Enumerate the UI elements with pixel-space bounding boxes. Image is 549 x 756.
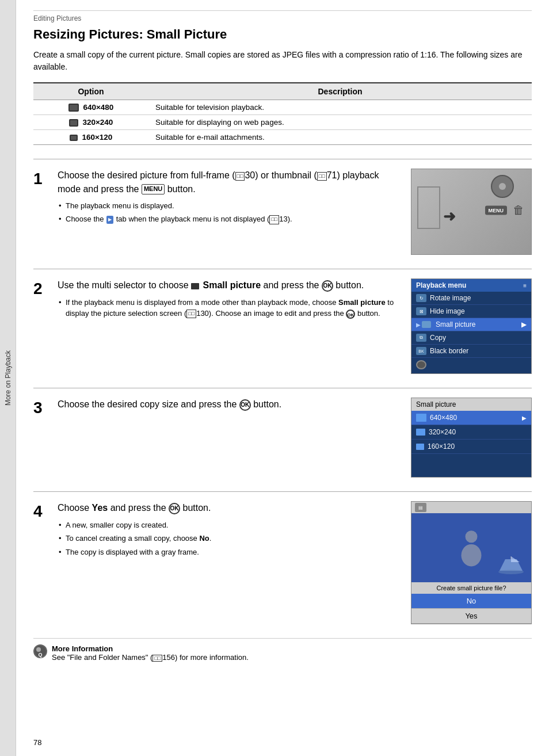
ok-button-icon: OK	[322, 280, 333, 292]
step-2-image: Playback menu ≡ ↻ Rotate image ⊠ Hide im…	[411, 278, 532, 374]
menu-button-img: MENU	[485, 205, 508, 215]
pm-item: ⧉ Copy	[411, 331, 531, 345]
ok-button-icon: OK	[346, 310, 355, 319]
step-divider	[33, 269, 532, 269]
book-ref: □□	[235, 172, 245, 181]
size-icon-160	[416, 444, 424, 450]
option-320: 320×240	[33, 115, 148, 130]
camera-wheel-inner	[499, 183, 506, 190]
spm-item-160: 160×120	[411, 440, 531, 454]
bullet: The copy is displayed with a gray frame.	[58, 547, 399, 558]
copy-icon: ⧉	[416, 334, 426, 342]
step-2-bullets: If the playback menu is displayed from a…	[58, 297, 399, 319]
table-row: 320×240 Suitable for displaying on web p…	[33, 115, 532, 130]
confirm-text: Create small picture file?	[411, 582, 531, 594]
desc-640: Suitable for television playback.	[148, 100, 532, 115]
rotate-icon: ↻	[416, 294, 426, 302]
border-icon: BK	[416, 347, 426, 355]
camera-wheel	[491, 175, 514, 198]
step-1-number: 1	[33, 169, 58, 255]
pm-item: BK Black border	[411, 345, 531, 358]
pm-arrow-icon: ▶	[521, 320, 527, 329]
step-3-header: Choose the desired copy size and press t…	[58, 398, 399, 411]
spm-item-320: 320×240	[411, 425, 531, 440]
book-ref: □□	[186, 310, 196, 319]
boat-svg	[497, 553, 525, 576]
pm-label: Small picture	[436, 320, 475, 329]
step-4-image: ▤	[411, 501, 532, 624]
intro-text: Create a small copy of the current pictu…	[33, 49, 532, 73]
table-row: 160×120 Suitable for e-mail attachments.	[33, 130, 532, 145]
pm-label: Hide image	[430, 307, 465, 315]
ok-button-icon: OK	[169, 503, 180, 514]
option-640: 640×480	[33, 100, 148, 115]
step-4-bullets: A new, smaller copy is created. To cance…	[58, 520, 399, 558]
playback-menu-illustration: Playback menu ≡ ↻ Rotate image ⊠ Hide im…	[411, 278, 532, 374]
options-table: Option Description 640×480 Suitable for …	[33, 82, 532, 145]
confirm-top	[411, 513, 531, 582]
step-4-number: 4	[33, 501, 58, 624]
step-1-header: Choose the desired picture from full-fra…	[58, 169, 399, 195]
size-icon-640	[416, 414, 426, 422]
confirm-dialog-illustration: ▤	[411, 501, 532, 624]
pm-title: Playback menu	[416, 281, 466, 289]
side-tab-text: More on Playback	[4, 350, 12, 406]
desc-160: Suitable for e-mail attachments.	[148, 130, 532, 145]
bullet: A new, smaller copy is created.	[58, 520, 399, 531]
step-1-image: ➜ MENU 🗑	[411, 169, 532, 255]
step-3-image: Small picture 640×480 ▶ 320×240	[411, 398, 532, 478]
section-header: Editing Pictures	[33, 10, 532, 22]
step-1: 1 Choose the desired picture from full-f…	[33, 169, 532, 255]
main-content: Editing Pictures Resizing Pictures: Smal…	[16, 0, 549, 756]
step-1-body: Choose the desired picture from full-fra…	[58, 169, 532, 255]
step-2-body: Use the multi selector to choose Small p…	[58, 278, 532, 374]
step-2-header: Use the multi selector to choose Small p…	[58, 278, 399, 292]
book-ref: □□	[317, 172, 327, 181]
svg-point-0	[466, 531, 478, 543]
desc-320: Suitable for displaying on web pages.	[148, 115, 532, 130]
page-title: Resizing Pictures: Small Picture	[33, 27, 532, 42]
menu-icon: MENU	[142, 184, 165, 194]
spm-label: 640×480	[430, 414, 457, 422]
svg-point-7	[36, 647, 41, 652]
confirm-yes[interactable]: Yes	[411, 609, 531, 624]
book-ref: □□	[152, 655, 162, 662]
step-4-body: Choose Yes and press the OK button. A ne…	[58, 501, 532, 624]
step-3: 3 Choose the desired copy size and press…	[33, 398, 532, 478]
pm-label: Black border	[430, 347, 468, 355]
spm-arrow: ▶	[522, 415, 527, 421]
pm-item: ⊠ Hide image	[411, 305, 531, 318]
confirm-no[interactable]: No	[411, 594, 531, 609]
file-icon: ▤	[415, 503, 426, 512]
book-ref: □□	[269, 215, 279, 224]
small-picture-menu-illustration: Small picture 640×480 ▶ 320×240	[411, 398, 532, 478]
spm-label: 320×240	[429, 428, 456, 436]
col-description: Description	[148, 83, 532, 100]
pm-label: Rotate image	[430, 294, 471, 302]
ok-button-icon: OK	[239, 399, 251, 411]
pm-header: Playback menu ≡	[411, 279, 531, 292]
playback-tab-icon: ▶	[106, 216, 113, 224]
more-info-text: See "File and Folder Names" (□□156) for …	[52, 653, 249, 662]
col-option: Option	[33, 83, 148, 100]
camera-illustration: ➜ MENU 🗑	[411, 169, 532, 255]
trash-icon: 🗑	[513, 204, 524, 217]
step-4: 4 Choose Yes and press the OK button. A …	[33, 501, 532, 624]
step-4-header: Choose Yes and press the OK button.	[58, 501, 399, 514]
confirm-prompt: Create small picture file?	[436, 585, 506, 591]
option-160: 160×120	[33, 130, 148, 145]
pm-scroll: ≡	[523, 282, 527, 289]
hide-icon: ⊠	[416, 307, 426, 315]
bullet: To cancel creating a small copy, choose …	[58, 533, 399, 544]
step-2-number: 2	[33, 278, 58, 374]
svg-point-1	[462, 544, 482, 567]
svg-text:Q: Q	[38, 652, 42, 658]
play-icon: ▶	[416, 322, 421, 328]
side-tab: More on Playback	[0, 0, 16, 756]
svg-marker-4	[511, 556, 520, 562]
pm-item-small-picture: ▶ Small picture ▶	[411, 318, 531, 331]
small-pic-icon	[68, 104, 79, 112]
step-3-number: 3	[33, 398, 58, 478]
step-3-body: Choose the desired copy size and press t…	[58, 398, 532, 478]
step-divider	[33, 159, 532, 159]
